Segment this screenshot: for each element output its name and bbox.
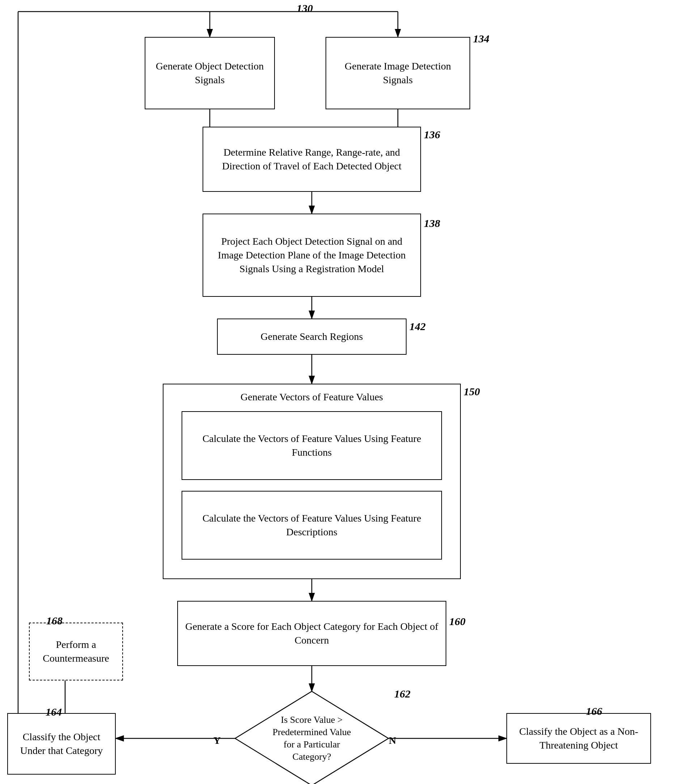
box-vectors-functions: Calculate the Vectors of Feature Values …	[182, 411, 442, 480]
ref-142: 142	[409, 320, 426, 333]
diamond-container: Is Score Value > Predetermined Value for…	[232, 688, 392, 784]
box-generate-image: Generate Image Detection Signals	[325, 37, 470, 109]
label-n: N	[389, 735, 396, 746]
box-search: Generate Search Regions	[217, 318, 407, 355]
box-vectors-descriptions: Calculate the Vectors of Feature Values …	[182, 491, 442, 560]
ref-168: 168	[46, 614, 62, 627]
box-determine: Determine Relative Range, Range-rate, an…	[202, 127, 421, 192]
box-vectors-outer: Generate Vectors of Feature Values Calcu…	[163, 384, 461, 579]
ref-138: 138	[424, 217, 440, 229]
ref-136: 136	[424, 128, 440, 141]
diagram-container: 130 Generate Object Detection Signals Ge…	[0, 0, 693, 784]
label-y: Y	[213, 735, 221, 746]
ref-160: 160	[449, 615, 465, 628]
box-countermeasure: Perform a Countermeasure	[29, 623, 123, 680]
ref-150: 150	[464, 385, 480, 398]
diamond-text: Is Score Value > Predetermined Value for…	[272, 714, 351, 763]
box-generate-object: Generate Object Detection Signals	[145, 37, 275, 109]
box-project: Project Each Object Detection Signal on …	[202, 214, 421, 297]
ref-134: 134	[473, 33, 489, 45]
ref-164: 164	[46, 706, 62, 718]
box-classify-non: Classify the Object as a Non-Threatening…	[506, 713, 651, 764]
ref-130: 130	[297, 2, 313, 15]
ref-166: 166	[586, 705, 602, 717]
box-classify-category: Classify the Object Under that Category	[7, 713, 116, 774]
ref-162: 162	[394, 688, 411, 700]
box-score: Generate a Score for Each Object Categor…	[177, 601, 446, 666]
